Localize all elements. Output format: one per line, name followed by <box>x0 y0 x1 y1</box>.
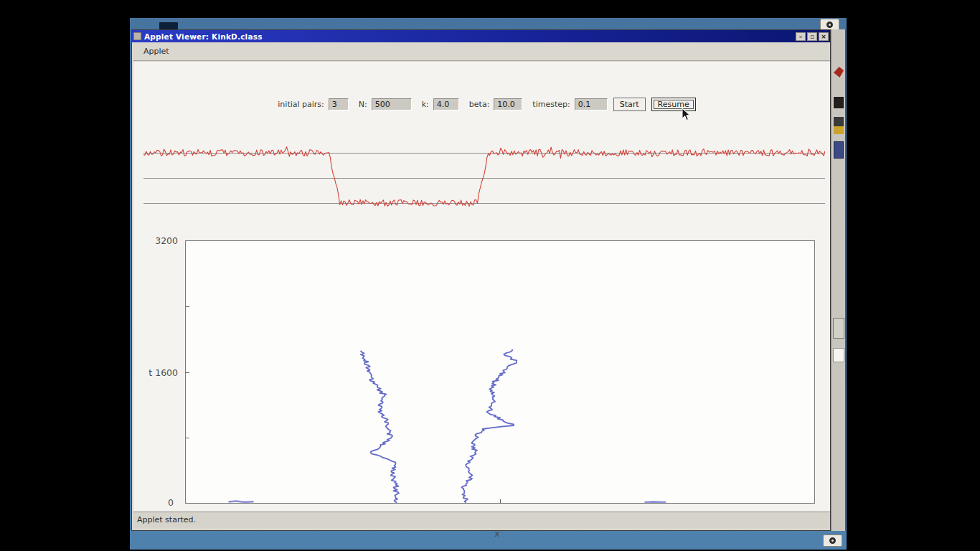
screen: Applet Viewer: KinkD.class – ▫ × Applet … <box>0 0 980 551</box>
gear-glyph <box>826 22 833 28</box>
gear-icon[interactable] <box>823 534 842 547</box>
y-axis-label-0: 0 <box>162 497 174 508</box>
scrollbar-block <box>833 348 844 362</box>
menu-item-applet[interactable]: Applet <box>139 47 174 56</box>
gear-glyph <box>829 537 836 544</box>
maximize-button[interactable]: ▫ <box>807 32 817 41</box>
desktop-icon-fragment-gold <box>834 117 844 134</box>
scrollbar-thumb[interactable] <box>833 318 844 339</box>
minimize-button[interactable]: – <box>796 32 806 41</box>
y-axis-label-3200: 3200 <box>148 235 178 246</box>
desktop-icon-fragment-red <box>834 67 844 77</box>
window-title: Applet Viewer: KinkD.class <box>144 32 796 41</box>
initial-pairs-field[interactable] <box>329 98 349 110</box>
background-window-fragment <box>159 22 178 29</box>
k-label: k: <box>422 100 429 109</box>
timestep-label: timestep: <box>532 100 570 109</box>
field-profile-chart <box>143 133 825 215</box>
desktop-icon-fragment-blue <box>834 141 844 159</box>
beta-label: beta: <box>469 100 490 109</box>
window-controls: – ▫ × <box>796 32 829 41</box>
status-text: Applet started. <box>137 515 196 524</box>
n-field[interactable] <box>372 98 412 110</box>
k-field[interactable] <box>433 98 459 110</box>
menu-bar: Applet <box>133 42 830 61</box>
desktop-icon-fragment-dark <box>834 97 844 108</box>
y-axis-label-t-1600: t 1600 <box>143 367 178 378</box>
applet-content: initial pairs: N: k: beta: timestep: Sta… <box>133 62 830 512</box>
x-axis-title: x <box>488 528 507 539</box>
beta-field[interactable] <box>494 98 522 110</box>
close-button[interactable]: × <box>819 32 829 41</box>
n-label: N: <box>359 100 367 109</box>
mouse-cursor <box>682 108 691 125</box>
title-bar[interactable]: Applet Viewer: KinkD.class – ▫ × <box>132 30 830 42</box>
applet-viewer-window: Applet Viewer: KinkD.class – ▫ × Applet … <box>131 29 831 531</box>
timestep-field[interactable] <box>575 98 608 110</box>
worldline-chart <box>185 240 815 504</box>
initial-pairs-label: initial pairs: <box>278 100 324 109</box>
simulation-toolbar: initial pairs: N: k: beta: timestep: Sta… <box>133 98 830 111</box>
start-button[interactable]: Start <box>613 98 646 111</box>
window-icon <box>133 32 141 40</box>
status-bar: Applet started. <box>133 512 830 527</box>
scrollbar[interactable] <box>831 29 846 531</box>
